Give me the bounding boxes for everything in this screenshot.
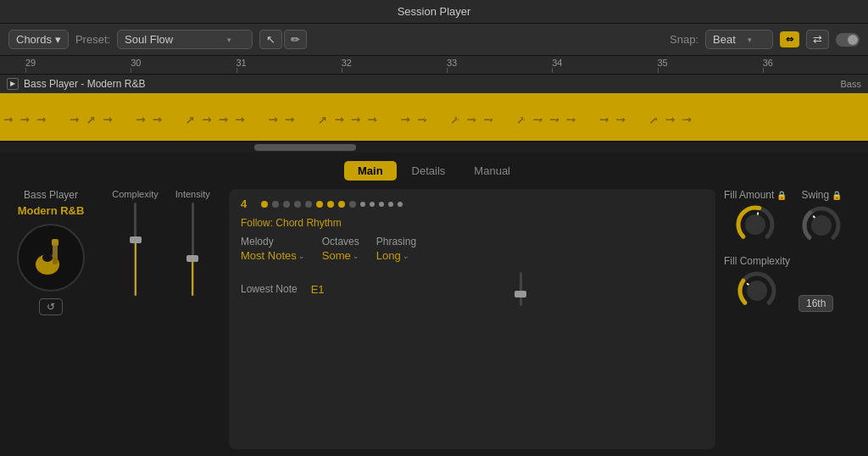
scrollbar-thumb[interactable] <box>254 144 356 151</box>
track-play-button[interactable]: ▶ <box>7 78 19 90</box>
params-row: Melody Most Notes ⌄ Octaves Some ⌄ Phras… <box>241 236 704 262</box>
lowest-note-row: Lowest Note E1 <box>241 272 704 306</box>
bass-guitar-icon <box>29 236 73 280</box>
melody-group: Melody Most Notes ⌄ <box>241 236 305 262</box>
preset-value: Soul Flow <box>125 33 173 46</box>
refresh-button[interactable]: ↺ <box>39 298 63 315</box>
follow-row: Follow: Chord Rhythm <box>241 217 704 229</box>
phrasing-selector[interactable]: Long ⌄ <box>376 249 416 262</box>
fill-amount-row: Fill Amount 🔒 Swing 🔒 <box>724 189 843 247</box>
badge-16th[interactable]: 16th <box>798 295 833 312</box>
chevron-down-icon: ⌄ <box>353 252 359 260</box>
waveform-pattern: // Will be rendered via inline SVG stati… <box>0 93 868 141</box>
bass-player-panel: Bass Player Modern R&B <box>8 189 93 449</box>
chevron-down-icon: ▾ <box>227 36 231 44</box>
fill-amount-knob[interactable] <box>734 203 776 246</box>
lowest-note-value: E1 <box>311 283 325 296</box>
chevron-down-icon: ⌄ <box>298 252 305 260</box>
intensity-slider-track[interactable] <box>192 203 194 296</box>
chords-button[interactable]: Chords ▾ <box>8 30 69 49</box>
pen-tool-button[interactable]: ✏ <box>284 30 307 49</box>
pattern-dot[interactable] <box>388 202 393 207</box>
fill-complexity-group: Fill Complexity <box>724 255 790 312</box>
title-bar: Session Player <box>0 0 868 24</box>
lowest-note-label: Lowest Note <box>241 283 298 295</box>
pattern-dot[interactable] <box>283 201 290 208</box>
swing-label: Swing 🔒 <box>802 189 843 201</box>
bottom-content: Bass Player Modern R&B <box>0 186 868 456</box>
ruler-mark: 33 <box>447 56 457 73</box>
slider-group: Complexity Intensity <box>112 189 209 296</box>
fill-complexity-label: Fill Complexity <box>724 255 790 267</box>
ruler-marks: 2930313233343536 <box>0 56 868 74</box>
melody-selector[interactable]: Most Notes ⌄ <box>241 249 305 262</box>
pattern-dot[interactable] <box>261 201 268 208</box>
bass-icon-circle[interactable] <box>17 224 85 292</box>
octaves-selector[interactable]: Some ⌄ <box>322 249 359 262</box>
pattern-dot[interactable] <box>370 202 375 207</box>
pattern-dot[interactable] <box>327 201 334 208</box>
tab-manual[interactable]: Manual <box>460 161 524 181</box>
pattern-dot[interactable] <box>316 201 323 208</box>
fill-complexity-row: Fill Complexity 16th <box>724 255 833 312</box>
chevron-down-icon: ⌄ <box>403 252 409 260</box>
bass-player-label: Bass Player <box>24 189 78 201</box>
ruler-mark: 32 <box>342 56 352 73</box>
svg-rect-4 <box>52 239 58 246</box>
track-badge: Bass <box>841 79 861 89</box>
follow-label: Follow: <box>241 217 273 229</box>
svg-point-5 <box>42 253 53 262</box>
tool-group: ↖ ✏ <box>259 30 307 49</box>
swing-knob[interactable] <box>800 204 843 247</box>
pattern-dot[interactable] <box>305 201 312 208</box>
pattern-number: 4 <box>241 197 254 210</box>
fill-amount-label: Fill Amount 🔒 <box>724 189 787 201</box>
loop-button[interactable]: ⇔ <box>780 31 799 47</box>
complexity-slider-track[interactable] <box>134 203 136 296</box>
ruler-mark: 29 <box>25 56 36 73</box>
arrow-tool-button[interactable]: ↖ <box>259 30 282 49</box>
swing-group: Swing 🔒 <box>800 189 843 247</box>
snap-value: Beat <box>713 33 736 46</box>
lock-icon: 🔒 <box>776 191 787 200</box>
lowest-note-slider[interactable] <box>520 272 522 306</box>
phrasing-label: Phrasing <box>376 236 416 247</box>
pattern-dot[interactable] <box>349 201 356 208</box>
bass-player-name: Modern R&B <box>18 204 85 217</box>
pattern-dot[interactable] <box>294 201 301 208</box>
lowest-note-thumb[interactable] <box>515 291 526 298</box>
pattern-dot[interactable] <box>398 202 403 207</box>
tab-details[interactable]: Details <box>398 161 459 181</box>
ruler-mark: 31 <box>236 56 247 73</box>
chords-label: Chords <box>16 33 52 46</box>
controls-panel: 4 <box>229 189 715 449</box>
ruler-mark: 36 <box>763 56 773 73</box>
chevron-down-icon: ▾ <box>55 33 61 46</box>
window-title: Session Player <box>398 5 471 18</box>
timeline-ruler: 2930313233343536 <box>0 56 868 75</box>
melody-label: Melody <box>241 236 305 247</box>
scrollbar-area <box>0 142 868 153</box>
lock-icon: 🔒 <box>832 191 842 200</box>
fill-complexity-knob[interactable] <box>736 270 778 312</box>
pattern-dot[interactable] <box>379 202 384 207</box>
tab-main[interactable]: Main <box>344 161 397 181</box>
toggle-switch[interactable] <box>836 33 860 47</box>
swap-button[interactable]: ⇄ <box>806 30 829 49</box>
snap-selector[interactable]: Beat ▾ <box>705 30 773 49</box>
pattern-dot[interactable] <box>338 201 345 208</box>
pattern-dot[interactable] <box>360 202 365 207</box>
phrasing-group: Phrasing Long ⌄ <box>376 236 416 262</box>
svg-text:►▸►▸►▸►►▸►▸►►▸►▸►▸►►▸►▸►►▸►▸►▸: ►▸►▸►▸►►▸►▸►►▸►▸►▸►►▸►▸►►▸►▸►▸►►▸►▸►►▸►▸… <box>3 109 781 123</box>
toolbar: Chords ▾ Preset: Soul Flow ▾ ↖ ✏ Snap: B… <box>0 24 868 56</box>
preset-selector[interactable]: Soul Flow ▾ <box>117 30 253 49</box>
chevron-down-icon: ▾ <box>748 36 752 44</box>
pattern-dot[interactable] <box>272 201 279 208</box>
track-header: ▶ Bass Player - Modern R&B Bass <box>0 75 868 93</box>
follow-value[interactable]: Chord Rhythm <box>275 217 341 229</box>
pattern-dots <box>261 201 403 208</box>
track-content[interactable]: // Will be rendered via inline SVG stati… <box>0 93 868 141</box>
track-area: ▶ Bass Player - Modern R&B Bass // Will … <box>0 75 868 142</box>
intensity-label: Intensity <box>175 189 210 199</box>
complexity-slider-col: Complexity <box>112 189 158 296</box>
